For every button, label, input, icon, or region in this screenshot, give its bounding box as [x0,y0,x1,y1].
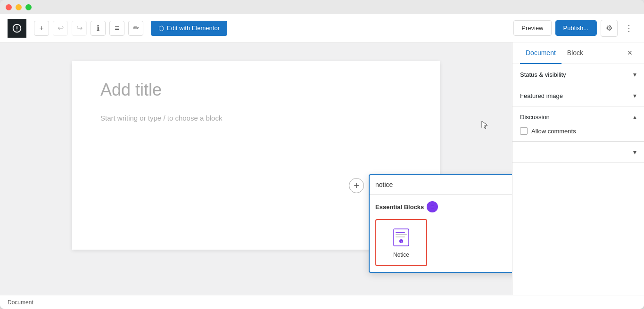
editor-area: Add title Start writing or type / to cho… [0,42,512,295]
block-search-popup: × Essential Blocks ≡ [369,174,512,273]
ellipsis-icon: ⋮ [625,23,633,33]
list-view-btn[interactable]: ≡ [109,21,124,36]
category-name-text: Essential Blocks [375,203,424,211]
allow-comments-checkbox[interactable] [520,127,528,135]
undo-btn[interactable]: ↩ [53,21,68,36]
status-bar: Document [0,295,644,309]
tools-btn[interactable]: ✏ [128,21,143,36]
edit-elementor-button[interactable]: ⬡ Edit with Elementor [151,21,227,36]
block-inserter-container: + × Essential Blocks [349,174,512,273]
info-icon: ℹ [97,24,99,33]
discussion-content: Allow comments [512,127,644,141]
title-bar [0,0,644,14]
discussion-chevron: ▴ [633,113,636,121]
status-visibility-title: Status & visibility [520,71,566,78]
sidebar-tabs: Document Block × [512,42,644,64]
preview-label: Preview [521,24,543,32]
wp-logo [8,19,26,38]
allow-comments-label: Allow comments [531,128,576,135]
maximize-window-btn[interactable] [25,4,32,10]
block-category-header: Essential Blocks ≡ ^ [375,200,512,213]
list-icon: ≡ [115,24,119,33]
inline-add-block-btn[interactable]: + [349,178,364,193]
status-visibility-chevron: ▾ [633,71,636,78]
status-text: Document [8,299,33,306]
category-name: Essential Blocks ≡ [375,201,438,212]
info-btn[interactable]: ℹ [91,21,106,36]
minimize-window-btn[interactable] [16,4,22,10]
svg-text:!: ! [401,241,402,244]
block-category-essential-blocks: Essential Blocks ≡ ^ [370,195,512,272]
block-item-notice[interactable]: ! Notice [375,219,427,266]
block-search-input[interactable] [375,175,512,194]
close-window-btn[interactable] [6,4,12,10]
discussion-header[interactable]: Discussion ▴ [512,106,644,127]
settings-button[interactable]: ⚙ [601,20,618,37]
more-options-button[interactable]: ⋮ [621,21,636,36]
discussion-section: Discussion ▴ Allow comments [512,106,644,142]
title-placeholder: Add title [100,80,162,99]
plus-circle-icon: + [354,180,359,191]
featured-image-section: Featured image ▾ [512,85,644,106]
block-item-label: Notice [393,252,409,258]
eb-badge: ≡ [427,201,438,212]
more-section-chevron: ▾ [633,148,636,156]
cursor [481,120,490,131]
svg-rect-1 [396,232,405,233]
undo-icon: ↩ [58,24,64,33]
content-area-placeholder[interactable]: Start writing or type / to choose a bloc… [100,114,412,122]
discussion-title: Discussion [520,114,550,121]
more-section-header[interactable]: ▾ [512,142,644,163]
tab-document[interactable]: Document [520,42,561,64]
status-visibility-header[interactable]: Status & visibility ▾ [512,64,644,85]
title-input[interactable]: Add title [100,80,412,100]
content-placeholder-text: Start writing or type / to choose a bloc… [100,114,222,122]
publish-button[interactable]: Publish... [556,21,596,35]
svg-rect-2 [396,234,407,235]
publish-group: Publish... [555,20,597,36]
search-input-row: × [370,175,512,195]
pencil-icon: ✏ [133,24,139,33]
svg-rect-3 [396,236,405,237]
featured-image-chevron: ▾ [633,92,636,99]
redo-btn[interactable]: ↪ [72,21,87,36]
block-items-grid: ! Notice [375,219,512,272]
more-section: ▾ [512,142,644,163]
notice-block-icon: ! [392,227,411,248]
document-tab-label: Document [526,49,556,57]
close-icon: × [627,48,633,58]
redo-icon: ↪ [76,24,83,33]
edit-elementor-label: Edit with Elementor [167,24,220,32]
featured-image-title: Featured image [520,92,563,99]
plus-icon: + [39,24,43,33]
publish-label: Publish... [563,24,588,32]
preview-button[interactable]: Preview [513,20,551,36]
featured-image-header[interactable]: Featured image ▾ [512,85,644,106]
toolbar: + ↩ ↪ ℹ ≡ ✏ ⬡ Edit with Elementor [0,14,644,42]
elementor-icon: ⬡ [158,24,164,32]
sidebar-close-btn[interactable]: × [623,47,636,60]
tab-block[interactable]: Block [561,42,589,64]
allow-comments-row: Allow comments [520,127,636,135]
eb-badge-icon: ≡ [431,204,434,210]
block-tab-label: Block [567,49,583,57]
status-visibility-section: Status & visibility ▾ [512,64,644,85]
gear-icon: ⚙ [606,24,612,33]
add-block-toolbar-btn[interactable]: + [34,21,49,36]
right-sidebar: Document Block × Status & visibility ▾ [512,42,644,295]
